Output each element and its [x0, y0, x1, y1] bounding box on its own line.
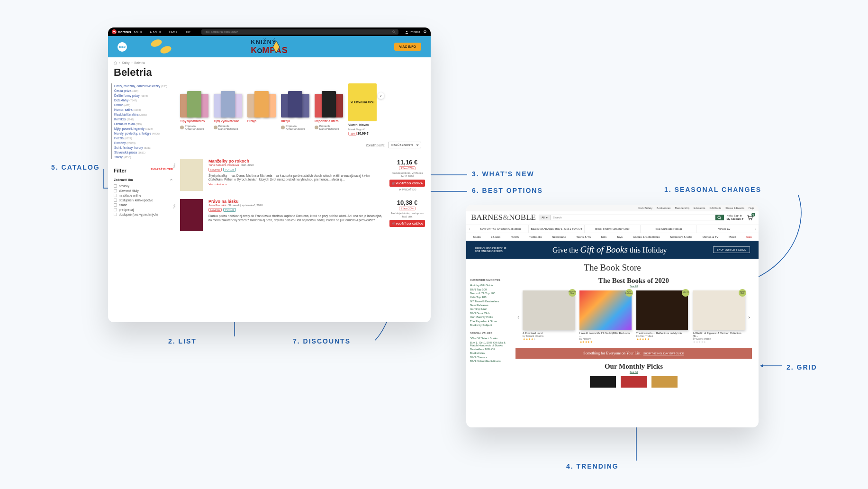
gift-banner-cta[interactable]: SHOP OUR GIFT GUIDE: [713, 246, 750, 253]
search-button[interactable]: [715, 215, 724, 220]
dept-link[interactable]: Newsstand: [552, 235, 566, 238]
category-link[interactable]: Novely, poviedky, antológie (4096): [111, 131, 171, 136]
sidebar-link[interactable]: New Releases: [470, 303, 508, 307]
dept-link[interactable]: NOOK: [511, 235, 519, 238]
cart-button[interactable]: 0: [746, 214, 754, 222]
promo-next[interactable]: ›: [752, 227, 759, 231]
category-link[interactable]: Slovenská próza (1611): [111, 150, 171, 154]
util-link[interactable]: Educators: [694, 207, 705, 209]
dept-link[interactable]: Games & Collectibles: [633, 235, 660, 238]
book-card[interactable]: Signed BookA Wealth of Pigeons: A Cartoo…: [693, 290, 745, 344]
collection-card[interactable]: Tipy vydavateľovPripravilaIvana Hrnčiaro…: [214, 83, 242, 135]
collection-card[interactable]: Tipy vydavateľovPripravilaAnna Porubcová: [180, 83, 208, 135]
home-icon[interactable]: [114, 61, 117, 64]
filter-checkbox[interactable]: dostupné (bez vypredaných): [114, 212, 173, 217]
search-input[interactable]: Search: [551, 215, 715, 220]
book-cover[interactable]: [621, 376, 647, 388]
dept-link[interactable]: Movies & TV: [702, 235, 718, 238]
promo-prev[interactable]: ‹: [466, 227, 473, 231]
sidebar-link[interactable]: Book Annex: [470, 351, 508, 355]
book-card[interactable]: B&N ExclusiveI Would Leave Me If I Could…: [579, 290, 632, 344]
filter-checkbox[interactable]: dostupné v kníhkupectve: [114, 198, 173, 202]
category-link[interactable]: Citáty, aforizmy, darčekové knižky (133): [111, 83, 171, 88]
category-link[interactable]: Romány (25053): [111, 140, 171, 145]
crumb-link[interactable]: Beletria: [135, 61, 145, 64]
more-link[interactable]: Viac o knihe →: [208, 183, 227, 186]
filter-subheading[interactable]: Zobraziť iba: [114, 178, 173, 181]
sidebar-link[interactable]: B&N Classics: [470, 355, 508, 359]
search-cat-select[interactable]: All: [539, 215, 551, 220]
carousel-next[interactable]: ›: [378, 92, 384, 99]
dept-link[interactable]: eBooks: [491, 235, 500, 238]
book-cover[interactable]: [590, 376, 616, 388]
dept-link[interactable]: Textbooks: [529, 235, 542, 238]
util-link[interactable]: Stores & Events: [725, 207, 744, 209]
sidebar-link[interactable]: Teens & YA Top 100: [470, 291, 508, 295]
dept-link[interactable]: Books: [473, 235, 481, 238]
sidebar-link[interactable]: Buy 1, Get 1 50% Off: Mix & Match Hundre…: [470, 341, 508, 347]
nav-link[interactable]: E-KNIHY: [150, 30, 161, 33]
cta-banner[interactable]: Something for Everyone on Your List SHOP…: [515, 348, 752, 359]
dept-link[interactable]: Stationery & Gifts: [670, 235, 692, 238]
dept-link[interactable]: Toys: [617, 235, 623, 238]
collection-card[interactable]: DizajnPripravilaAnna Porubcová: [281, 83, 309, 135]
category-link[interactable]: Dráma (421): [111, 102, 171, 107]
promo-item[interactable]: Black Friday: Chapter One!: [585, 225, 641, 233]
promo-item[interactable]: 50% Off The Criterion Collection: [473, 225, 529, 233]
cart-icon[interactable]: [423, 30, 427, 34]
collection-card[interactable]: Dizajn: [247, 83, 276, 135]
category-link[interactable]: Sci-fi, fantasy, horory (8081): [111, 145, 171, 150]
book-title[interactable]: Manželky po rokoch: [208, 159, 384, 163]
sidebar-link[interactable]: NY Times® Bestsellers: [470, 299, 508, 303]
category-link[interactable]: Humor, satira (1094): [111, 107, 171, 112]
sidebar-link[interactable]: The Paperback Store: [470, 319, 508, 323]
util-link[interactable]: Covid Safety: [638, 207, 652, 209]
filter-checkbox[interactable]: predpredaj: [114, 207, 173, 212]
filter-checkbox[interactable]: novinky: [114, 183, 173, 188]
add-to-cart-button[interactable]: 🛒 VLOŽIŤ DO KOŠÍKA: [389, 220, 425, 227]
category-link[interactable]: Komiksy (2148): [111, 117, 171, 121]
sidebar-link[interactable]: B&N Book Club: [470, 311, 508, 315]
sidebar-link[interactable]: Our Monthly Picks: [470, 315, 508, 319]
promo-item[interactable]: Virtual Ev: [696, 225, 752, 233]
search-input[interactable]: Titul, kategória alebo autor: [201, 29, 398, 35]
util-link[interactable]: Membership: [675, 207, 689, 209]
promo-item[interactable]: Free Curbside Pickup: [641, 225, 696, 233]
book-card[interactable]: Pre-Order NowA Promised Landby Barack Ob…: [523, 290, 575, 344]
category-link[interactable]: Ďalšie formy prózy (6698): [111, 93, 171, 98]
dept-link[interactable]: Music: [729, 235, 736, 238]
category-link[interactable]: Poézia (6627): [111, 136, 171, 140]
category-link[interactable]: Česká próza (368): [111, 88, 171, 93]
bn-logo[interactable]: BARNES&NOBLE: [471, 213, 536, 222]
hero-cta[interactable]: VIAC INFO: [394, 43, 421, 51]
dept-link[interactable]: Sale: [746, 235, 752, 238]
nav-link[interactable]: KNIHY: [134, 30, 142, 33]
book-cover[interactable]: Táňa: [180, 159, 203, 191]
promo-item[interactable]: Books for All Ages: Buy 1, Get 1 50% Off: [529, 225, 585, 233]
book-title[interactable]: Právo na lásku: [208, 199, 384, 204]
filter-checkbox[interactable]: zľavnené tituly: [114, 188, 173, 193]
dept-link[interactable]: Teens & YA: [576, 235, 591, 238]
category-link[interactable]: Detektívky (7347): [111, 98, 171, 102]
dept-link[interactable]: Kids: [601, 235, 607, 238]
gift-banner[interactable]: FREE CURBSIDE PICKUPFOR ONLINE ORDERS Gi…: [466, 241, 759, 259]
book-cover[interactable]: Táňa: [180, 199, 203, 231]
sidebar-link[interactable]: 50% Off Select Books: [470, 336, 508, 340]
carousel-next[interactable]: ›: [746, 315, 752, 320]
book-card[interactable]: 50% OffThe Answer Is...: Reflections on …: [636, 290, 688, 344]
carousel-prev[interactable]: ‹: [515, 315, 521, 320]
filter-checkbox[interactable]: na sklade online: [114, 193, 173, 198]
util-link[interactable]: Book Annex: [657, 207, 670, 209]
collection-card[interactable]: Reportáž a litera...PripravilaIvana Hrnč…: [315, 83, 343, 135]
util-link[interactable]: Gift Cards: [709, 207, 721, 209]
add-to-cart-button[interactable]: 🛒 VLOŽIŤ DO KOŠÍKA: [389, 180, 425, 187]
signin-link[interactable]: Prihlásiť: [405, 30, 420, 34]
sidebar-link[interactable]: B&N Collectible Editions: [470, 359, 508, 363]
nav-link[interactable]: HRY: [185, 30, 191, 33]
sidebar-link[interactable]: Kids Top 100: [470, 295, 508, 299]
category-link[interactable]: Mýty, povesti, legendy (1628): [111, 126, 171, 131]
clear-filter[interactable]: ZMAZAŤ FILTER: [151, 168, 173, 173]
category-link[interactable]: Trilery (4253): [111, 154, 171, 159]
sort-select[interactable]: OBĽÚBENOSTI: [388, 142, 421, 148]
featured-card[interactable]: VLASTNOU HLAVOU›Vlastní hlavouMarek Vago…: [348, 83, 377, 135]
